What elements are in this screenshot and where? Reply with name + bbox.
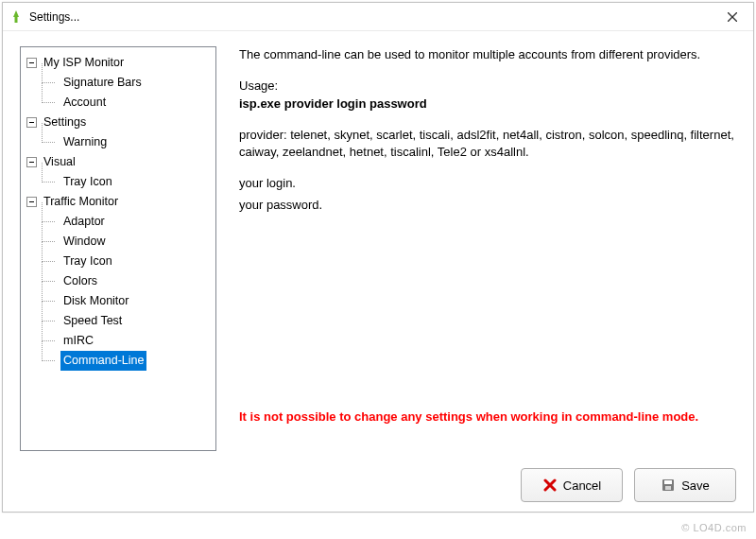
watermark: © LO4D.com	[681, 522, 747, 533]
tree-item-signature-bars[interactable]: Signature Bars	[26, 73, 214, 93]
footer: Cancel Save	[3, 459, 753, 515]
tree-item-settings[interactable]: Settings	[26, 113, 214, 132]
tree-item-label: Colors	[60, 271, 100, 291]
expander-icon[interactable]	[26, 157, 37, 167]
tree-item-label: Disk Monitor	[60, 291, 131, 311]
usage-label: Usage:	[239, 78, 736, 96]
svg-rect-7	[665, 486, 671, 490]
tree-item-label: Settings	[41, 113, 89, 132]
tree-item-visual[interactable]: Visual	[26, 152, 214, 172]
intro-text: The command-line can be used to monitor …	[239, 46, 736, 64]
save-icon	[661, 478, 676, 493]
warning-text: It is not possible to change any setting…	[239, 409, 736, 426]
close-button[interactable]	[712, 3, 753, 31]
settings-window: Settings... My ISP MonitorSignature Bars…	[2, 2, 754, 513]
tree-item-traffic-monitor[interactable]: Traffic Monitor	[26, 192, 214, 212]
tree-item-mirc[interactable]: mIRC	[26, 331, 214, 351]
cancel-icon	[542, 478, 558, 493]
svg-rect-6	[664, 480, 672, 484]
tree-item-tray-icon[interactable]: Tray Icon	[26, 172, 214, 192]
password-text: your password.	[239, 197, 736, 215]
tree-item-label: Speed Test	[60, 311, 125, 331]
tree-item-label: Tray Icon	[60, 172, 115, 192]
tree-item-label: Account	[60, 93, 109, 113]
tree-item-account[interactable]: Account	[26, 93, 214, 113]
nav-tree[interactable]: My ISP MonitorSignature BarsAccountSetti…	[20, 46, 216, 451]
tree-item-adaptor[interactable]: Adaptor	[26, 212, 214, 232]
expander-icon[interactable]	[26, 58, 37, 68]
tree-item-label: Traffic Monitor	[41, 192, 121, 212]
providers-text: provider: telenet, skynet, scarlet, tisc…	[239, 127, 736, 163]
svg-rect-0	[15, 17, 18, 23]
close-icon	[728, 12, 737, 22]
tree-item-label: mIRC	[60, 331, 96, 351]
expander-icon[interactable]	[26, 117, 37, 128]
tree-item-speed-test[interactable]: Speed Test	[26, 311, 214, 331]
usage-command: isp.exe provider login password	[239, 96, 736, 113]
content-area: My ISP MonitorSignature BarsAccountSetti…	[3, 31, 753, 459]
tree-item-colors[interactable]: Colors	[26, 271, 214, 291]
tree-item-label: Command-Line	[60, 351, 146, 371]
expander-icon[interactable]	[26, 197, 37, 207]
cancel-button[interactable]: Cancel	[521, 468, 623, 502]
save-label: Save	[681, 478, 710, 493]
app-icon	[9, 9, 24, 25]
tree-item-tray-icon[interactable]: Tray Icon	[26, 252, 214, 271]
tree-item-window[interactable]: Window	[26, 232, 214, 252]
tree-item-my-isp-monitor[interactable]: My ISP Monitor	[26, 53, 214, 73]
tree-item-label: Visual	[41, 152, 78, 172]
tree-item-label: Window	[60, 232, 108, 252]
detail-panel: The command-line can be used to monitor …	[239, 46, 736, 451]
tree-item-label: Adaptor	[60, 212, 108, 232]
tree-item-label: Warning	[60, 132, 110, 152]
save-button[interactable]: Save	[634, 468, 736, 502]
tree-item-label: Tray Icon	[60, 252, 115, 271]
tree-item-disk-monitor[interactable]: Disk Monitor	[26, 291, 214, 311]
tree-item-command-line[interactable]: Command-Line	[26, 351, 214, 371]
titlebar[interactable]: Settings...	[3, 3, 753, 31]
tree-item-warning[interactable]: Warning	[26, 132, 214, 152]
login-text: your login.	[239, 175, 736, 193]
cancel-label: Cancel	[563, 478, 601, 493]
window-title: Settings...	[29, 10, 712, 24]
tree-item-label: Signature Bars	[60, 73, 145, 93]
tree-item-label: My ISP Monitor	[41, 53, 127, 73]
